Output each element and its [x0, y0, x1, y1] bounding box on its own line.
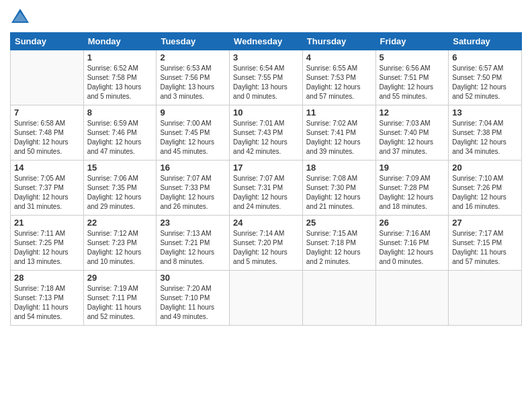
calendar-cell: [11, 50, 84, 105]
cell-content: Sunrise: 6:55 AMSunset: 7:53 PMDaylight:…: [306, 64, 372, 101]
cell-content: Sunrise: 7:16 AMSunset: 7:16 PMDaylight:…: [380, 229, 445, 267]
day-number: 15: [87, 163, 153, 173]
cell-content: Sunrise: 7:13 AMSunset: 7:21 PMDaylight:…: [160, 229, 226, 267]
cell-content: Sunrise: 7:17 AMSunset: 7:15 PMDaylight:…: [452, 229, 518, 267]
calendar-cell: 21Sunrise: 7:11 AMSunset: 7:25 PMDayligh…: [11, 216, 84, 271]
calendar-cell: 14Sunrise: 7:05 AMSunset: 7:37 PMDayligh…: [11, 161, 84, 216]
calendar-cell: 7Sunrise: 6:58 AMSunset: 7:48 PMDaylight…: [11, 105, 84, 161]
calendar-cell: 5Sunrise: 6:56 AMSunset: 7:51 PMDaylight…: [375, 50, 449, 105]
day-number: 25: [306, 218, 372, 228]
calendar-cell: 23Sunrise: 7:13 AMSunset: 7:21 PMDayligh…: [157, 216, 230, 271]
day-number: 9: [160, 107, 226, 118]
calendar-cell: 4Sunrise: 6:55 AMSunset: 7:53 PMDaylight…: [302, 50, 375, 105]
header: [10, 7, 522, 27]
day-number: 7: [14, 107, 80, 118]
cell-content: Sunrise: 7:12 AMSunset: 7:23 PMDaylight:…: [87, 229, 153, 267]
calendar-cell: 20Sunrise: 7:10 AMSunset: 7:26 PMDayligh…: [449, 161, 522, 216]
calendar-table: SundayMondayTuesdayWednesdayThursdayFrid…: [10, 32, 522, 326]
day-number: 28: [14, 273, 80, 283]
calendar-cell: 16Sunrise: 7:07 AMSunset: 7:33 PMDayligh…: [157, 161, 230, 216]
day-number: 30: [160, 273, 226, 283]
cell-content: Sunrise: 7:05 AMSunset: 7:37 PMDaylight:…: [14, 174, 80, 212]
cell-content: Sunrise: 7:19 AMSunset: 7:11 PMDaylight:…: [87, 284, 153, 322]
weekday-header-wednesday: Wednesday: [230, 33, 303, 50]
day-number: 26: [380, 218, 445, 228]
weekday-header-row: SundayMondayTuesdayWednesdayThursdayFrid…: [11, 33, 522, 50]
week-row-0: 1Sunrise: 6:52 AMSunset: 7:58 PMDaylight…: [11, 50, 522, 105]
day-number: 14: [14, 163, 80, 173]
day-number: 1: [87, 52, 153, 62]
cell-content: Sunrise: 7:15 AMSunset: 7:18 PMDaylight:…: [306, 229, 372, 267]
calendar-cell: 9Sunrise: 7:00 AMSunset: 7:45 PMDaylight…: [157, 105, 230, 161]
calendar-cell: 8Sunrise: 6:59 AMSunset: 7:46 PMDaylight…: [83, 105, 157, 161]
cell-content: Sunrise: 6:58 AMSunset: 7:48 PMDaylight:…: [14, 119, 80, 156]
day-number: 5: [380, 52, 445, 62]
day-number: 22: [87, 218, 153, 228]
cell-content: Sunrise: 7:18 AMSunset: 7:13 PMDaylight:…: [14, 284, 80, 322]
day-number: 27: [452, 218, 518, 228]
weekday-header-thursday: Thursday: [302, 33, 375, 50]
logo-icon: [10, 7, 30, 27]
weekday-header-tuesday: Tuesday: [157, 33, 230, 50]
cell-content: Sunrise: 6:53 AMSunset: 7:56 PMDaylight:…: [160, 64, 226, 101]
calendar-cell: 6Sunrise: 6:57 AMSunset: 7:50 PMDaylight…: [449, 50, 522, 105]
calendar-cell: 25Sunrise: 7:15 AMSunset: 7:18 PMDayligh…: [302, 216, 375, 271]
weekday-header-monday: Monday: [83, 33, 157, 50]
week-row-1: 7Sunrise: 6:58 AMSunset: 7:48 PMDaylight…: [11, 105, 522, 161]
cell-content: Sunrise: 7:08 AMSunset: 7:30 PMDaylight:…: [306, 174, 372, 212]
calendar-cell: 27Sunrise: 7:17 AMSunset: 7:15 PMDayligh…: [449, 216, 522, 271]
weekday-header-saturday: Saturday: [449, 33, 522, 50]
cell-content: Sunrise: 7:11 AMSunset: 7:25 PMDaylight:…: [14, 229, 80, 267]
calendar-cell: 2Sunrise: 6:53 AMSunset: 7:56 PMDaylight…: [157, 50, 230, 105]
calendar-cell: 18Sunrise: 7:08 AMSunset: 7:30 PMDayligh…: [302, 161, 375, 216]
calendar-cell: [230, 271, 303, 326]
day-number: 21: [14, 218, 80, 228]
cell-content: Sunrise: 6:59 AMSunset: 7:46 PMDaylight:…: [87, 119, 153, 156]
cell-content: Sunrise: 7:04 AMSunset: 7:38 PMDaylight:…: [452, 119, 518, 156]
cell-content: Sunrise: 7:01 AMSunset: 7:43 PMDaylight:…: [233, 119, 299, 156]
calendar-cell: [449, 271, 522, 326]
calendar-cell: 3Sunrise: 6:54 AMSunset: 7:55 PMDaylight…: [230, 50, 303, 105]
day-number: 10: [233, 107, 299, 118]
day-number: 11: [306, 107, 372, 118]
cell-content: Sunrise: 7:00 AMSunset: 7:45 PMDaylight:…: [160, 119, 226, 156]
day-number: 29: [87, 273, 153, 283]
calendar-cell: 30Sunrise: 7:20 AMSunset: 7:10 PMDayligh…: [157, 271, 230, 326]
cell-content: Sunrise: 7:20 AMSunset: 7:10 PMDaylight:…: [160, 284, 226, 322]
cell-content: Sunrise: 7:07 AMSunset: 7:33 PMDaylight:…: [160, 174, 226, 212]
cell-content: Sunrise: 7:10 AMSunset: 7:26 PMDaylight:…: [452, 174, 518, 212]
cell-content: Sunrise: 6:56 AMSunset: 7:51 PMDaylight:…: [380, 64, 445, 101]
cell-content: Sunrise: 7:03 AMSunset: 7:40 PMDaylight:…: [380, 119, 445, 156]
day-number: 24: [233, 218, 299, 228]
day-number: 8: [87, 107, 153, 118]
calendar-cell: [375, 271, 449, 326]
calendar-cell: 13Sunrise: 7:04 AMSunset: 7:38 PMDayligh…: [449, 105, 522, 161]
day-number: 12: [380, 107, 445, 118]
weekday-header-sunday: Sunday: [11, 33, 84, 50]
cell-content: Sunrise: 6:52 AMSunset: 7:58 PMDaylight:…: [87, 64, 153, 101]
cell-content: Sunrise: 7:02 AMSunset: 7:41 PMDaylight:…: [306, 119, 372, 156]
cell-content: Sunrise: 7:06 AMSunset: 7:35 PMDaylight:…: [87, 174, 153, 212]
day-number: 18: [306, 163, 372, 173]
day-number: 23: [160, 218, 226, 228]
day-number: 19: [380, 163, 445, 173]
day-number: 17: [233, 163, 299, 173]
calendar-cell: 11Sunrise: 7:02 AMSunset: 7:41 PMDayligh…: [302, 105, 375, 161]
cell-content: Sunrise: 7:09 AMSunset: 7:28 PMDaylight:…: [380, 174, 445, 212]
day-number: 16: [160, 163, 226, 173]
logo: [10, 7, 33, 27]
calendar-cell: 19Sunrise: 7:09 AMSunset: 7:28 PMDayligh…: [375, 161, 449, 216]
calendar-cell: 1Sunrise: 6:52 AMSunset: 7:58 PMDaylight…: [83, 50, 157, 105]
week-row-3: 21Sunrise: 7:11 AMSunset: 7:25 PMDayligh…: [11, 216, 522, 271]
calendar-cell: 24Sunrise: 7:14 AMSunset: 7:20 PMDayligh…: [230, 216, 303, 271]
day-number: 13: [452, 107, 518, 118]
calendar-cell: 26Sunrise: 7:16 AMSunset: 7:16 PMDayligh…: [375, 216, 449, 271]
cell-content: Sunrise: 6:54 AMSunset: 7:55 PMDaylight:…: [233, 64, 299, 101]
day-number: 6: [452, 52, 518, 62]
calendar-cell: 15Sunrise: 7:06 AMSunset: 7:35 PMDayligh…: [83, 161, 157, 216]
calendar-cell: [302, 271, 375, 326]
calendar-cell: 22Sunrise: 7:12 AMSunset: 7:23 PMDayligh…: [83, 216, 157, 271]
calendar-cell: 29Sunrise: 7:19 AMSunset: 7:11 PMDayligh…: [83, 271, 157, 326]
calendar-cell: 10Sunrise: 7:01 AMSunset: 7:43 PMDayligh…: [230, 105, 303, 161]
day-number: 3: [233, 52, 299, 62]
